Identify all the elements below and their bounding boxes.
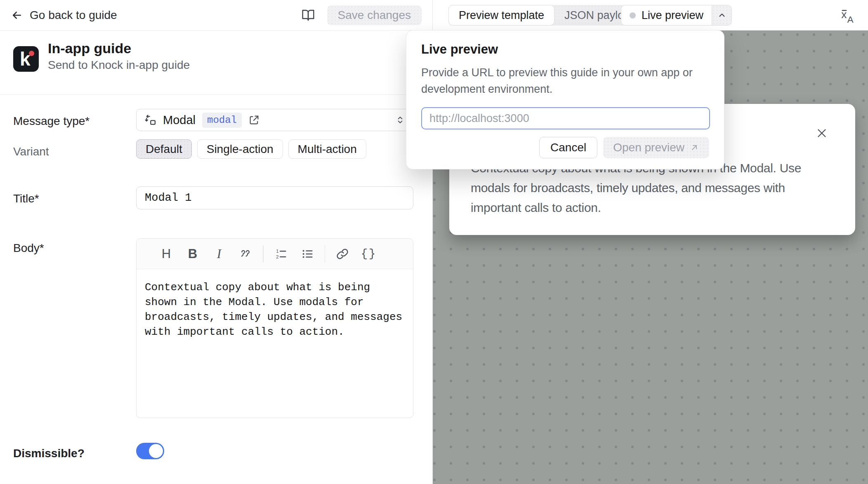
live-preview-control: Live preview [621, 5, 732, 26]
bullet-list-icon[interactable] [294, 239, 321, 269]
dismissible-label: Dismissible? [13, 447, 85, 460]
logo-letter: k [20, 48, 31, 70]
page-title: In-app guide [48, 40, 131, 56]
open-preview-label: Open preview [613, 141, 684, 154]
save-changes-button[interactable]: Save changes [327, 5, 422, 25]
translate-icon[interactable]: x A [839, 7, 856, 25]
title-input[interactable] [136, 186, 413, 209]
variant-multi-action-button[interactable]: Multi-action [288, 139, 366, 159]
popover-actions: Cancel Open preview [539, 137, 709, 158]
back-link[interactable]: Go back to guide [11, 9, 117, 22]
preview-url-input[interactable] [421, 107, 710, 129]
quote-icon[interactable] [232, 239, 259, 269]
svg-text:2: 2 [276, 254, 278, 259]
body-editor: H B I 1 2 [136, 238, 413, 418]
bold-icon[interactable]: B [179, 239, 206, 269]
italic-icon[interactable]: I [206, 239, 232, 269]
status-dot [630, 12, 636, 19]
modal-type-icon [144, 114, 156, 126]
body-text: Contextual copy about what is being show… [145, 280, 406, 339]
body-label: Body* [13, 242, 44, 255]
editor-panel: Go back to guide Save changes k In-app g… [0, 0, 432, 484]
popover-description: Provide a URL to preview this guide in y… [421, 64, 718, 97]
logo-red-dot [29, 51, 34, 56]
live-preview-label: Live preview [642, 9, 703, 22]
tab-preview-template[interactable]: Preview template [448, 5, 554, 26]
preview-header: Preview template JSON payload Live previ… [433, 0, 868, 31]
link-icon[interactable] [329, 239, 356, 269]
variant-label: Variant [13, 145, 49, 158]
message-type-label: Message type* [13, 115, 90, 128]
toolbar-divider [263, 245, 264, 263]
toggle-knob [149, 444, 163, 458]
cancel-button[interactable]: Cancel [539, 137, 597, 158]
title-label: Title* [13, 192, 39, 205]
arrow-left-icon [11, 9, 23, 21]
modal-body-line: important calls to action. [471, 198, 801, 218]
message-type-value: Modal [163, 113, 196, 127]
toolbar-divider [325, 245, 326, 263]
variant-single-action-button[interactable]: Single-action [197, 139, 283, 159]
live-preview-popover: Live preview Provide a URL to preview th… [406, 30, 724, 169]
header-actions: Save changes [302, 5, 422, 25]
arrow-up-right-icon [689, 143, 699, 153]
preview-mode-tabs: Preview template JSON payload [448, 5, 646, 26]
modal-body-line: modals for broadcasts, timely updates, a… [471, 178, 801, 198]
svg-text:1: 1 [276, 248, 278, 253]
chevron-up-down-icon [395, 115, 406, 125]
live-preview-collapse-button[interactable] [712, 5, 731, 25]
editor-toolbar: H B I 1 2 [137, 239, 413, 269]
body-textarea[interactable]: Contextual copy about what is being show… [137, 269, 409, 350]
docs-book-icon[interactable] [302, 9, 315, 22]
channel-heading: k In-app guide Send to Knock in-app guid… [0, 31, 432, 95]
variant-default-button[interactable]: Default [136, 139, 192, 159]
message-type-select[interactable]: Modal modal [136, 109, 413, 131]
editor-header: Go back to guide Save changes [0, 0, 432, 31]
variant-options: Default Single-action Multi-action [136, 139, 366, 159]
code-icon[interactable]: {} [356, 239, 382, 269]
message-type-key-badge: modal [202, 113, 242, 128]
chevron-up-icon [717, 10, 727, 20]
knock-logo: k [13, 46, 39, 72]
page-subtitle: Send to Knock in-app guide [48, 59, 190, 72]
live-preview-button[interactable]: Live preview [621, 5, 712, 25]
ordered-list-icon[interactable]: 1 2 [268, 239, 294, 269]
close-icon[interactable] [815, 126, 829, 140]
open-preview-button[interactable]: Open preview [603, 137, 709, 158]
heading-icon[interactable]: H [153, 239, 179, 269]
svg-text:A: A [847, 14, 854, 25]
external-link-icon[interactable] [248, 114, 260, 126]
popover-title: Live preview [421, 42, 498, 57]
dismissible-toggle[interactable] [136, 443, 164, 459]
back-label: Go back to guide [30, 9, 117, 22]
